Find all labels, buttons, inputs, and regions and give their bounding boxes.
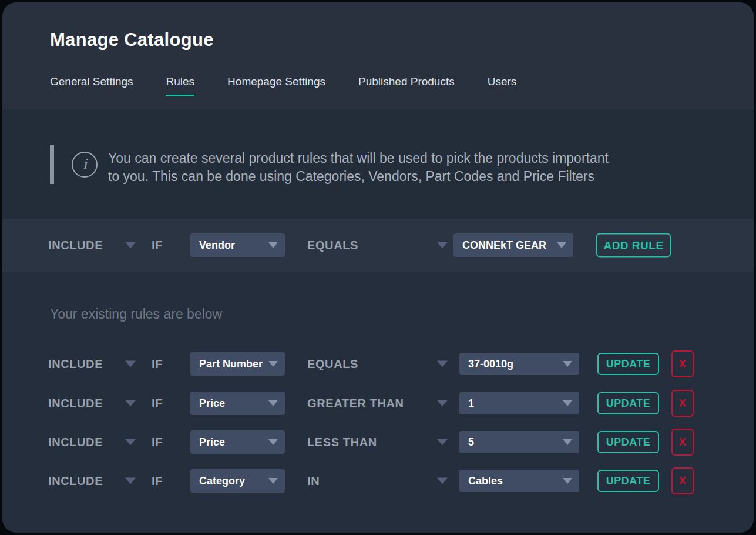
operator-dropdown-label[interactable]: EQUALS: [307, 357, 358, 371]
delete-rule-button[interactable]: X: [671, 429, 694, 456]
field-dropdown[interactable]: Part Number: [190, 352, 285, 376]
if-label: IF: [152, 397, 163, 410]
page-title: Manage Catalogue: [50, 29, 214, 51]
if-label: IF: [152, 357, 163, 371]
existing-rules-section: Your existing rules are below INCLUDE IF…: [2, 272, 754, 533]
value-dropdown-value: 5: [468, 436, 474, 449]
info-text: You can create several product rules tha…: [108, 149, 609, 186]
include-dropdown-label[interactable]: INCLUDE: [48, 474, 103, 488]
delete-rule-button[interactable]: X: [671, 467, 694, 494]
value-dropdown-value: CONNEkT GEAR: [462, 239, 546, 252]
add-rule-button[interactable]: ADD RULE: [596, 233, 671, 258]
rule-row: INCLUDE IF Price GREATER THAN 1 UPDATE X: [2, 384, 754, 423]
chevron-down-icon[interactable]: [125, 439, 136, 446]
update-rule-button[interactable]: UPDATE: [597, 353, 659, 375]
chevron-down-icon: [268, 439, 278, 445]
chevron-down-icon[interactable]: [437, 400, 448, 407]
manage-catalogue-panel: Manage Catalogue General Settings Rules …: [2, 2, 754, 533]
info-icon: i: [72, 152, 98, 178]
if-label: IF: [152, 239, 163, 252]
info-text-line1: You can create several product rules tha…: [108, 149, 609, 168]
operator-dropdown-label[interactable]: IN: [307, 474, 320, 488]
field-dropdown[interactable]: Price: [190, 392, 285, 415]
chevron-down-icon: [268, 478, 278, 484]
chevron-down-icon[interactable]: [437, 242, 448, 249]
info-accent-bar: [50, 145, 54, 184]
chevron-down-icon: [268, 242, 278, 248]
tab-general-settings[interactable]: General Settings: [50, 75, 133, 96]
operator-dropdown-label[interactable]: GREATER THAN: [307, 397, 404, 410]
chevron-down-icon[interactable]: [125, 478, 136, 484]
value-dropdown[interactable]: 5: [459, 431, 579, 453]
rule-row: INCLUDE IF Price LESS THAN 5 UPDATE X: [2, 423, 754, 462]
rule-row: INCLUDE IF Category IN Cables UPDATE X: [2, 462, 754, 500]
info-section: i You can create several product rules t…: [2, 109, 754, 219]
chevron-down-icon: [563, 439, 572, 445]
value-dropdown-value: 1: [468, 397, 474, 410]
include-dropdown-label[interactable]: INCLUDE: [48, 357, 103, 371]
chevron-down-icon: [563, 400, 572, 406]
value-dropdown[interactable]: CONNEkT GEAR: [453, 233, 573, 257]
chevron-down-icon[interactable]: [125, 361, 136, 367]
update-rule-button[interactable]: UPDATE: [597, 470, 659, 492]
delete-rule-button[interactable]: X: [671, 350, 694, 377]
if-label: IF: [152, 436, 163, 449]
value-dropdown[interactable]: 1: [459, 392, 579, 414]
chevron-down-icon: [268, 400, 278, 406]
chevron-down-icon[interactable]: [437, 478, 448, 484]
field-dropdown-value: Price: [199, 397, 225, 410]
field-dropdown[interactable]: Price: [190, 430, 285, 454]
field-dropdown-value: Vendor: [199, 239, 235, 252]
existing-rules-heading: Your existing rules are below: [50, 306, 222, 322]
update-rule-button[interactable]: UPDATE: [597, 431, 659, 453]
operator-dropdown-label[interactable]: EQUALS: [307, 239, 358, 252]
field-dropdown[interactable]: Vendor: [190, 233, 285, 257]
chevron-down-icon[interactable]: [437, 439, 448, 446]
operator-dropdown-label[interactable]: LESS THAN: [307, 436, 377, 449]
chevron-down-icon[interactable]: [125, 400, 136, 407]
update-rule-button[interactable]: UPDATE: [597, 392, 659, 414]
tab-homepage-settings[interactable]: Homepage Settings: [227, 75, 325, 96]
value-dropdown-value: Cables: [468, 475, 503, 487]
tab-users[interactable]: Users: [488, 75, 517, 96]
value-dropdown[interactable]: 37-0010g: [459, 353, 579, 375]
info-text-line2: to you. This can be done using Categorie…: [108, 168, 609, 186]
rule-row: INCLUDE IF Part Number EQUALS 37-0010g U…: [2, 345, 754, 383]
rule-builder-bar: INCLUDE IF Vendor EQUALS CONNEkT GEAR AD…: [2, 219, 754, 272]
tab-published-products[interactable]: Published Products: [358, 75, 455, 96]
tab-rules[interactable]: Rules: [166, 75, 195, 96]
field-dropdown-value: Price: [199, 436, 225, 449]
page-background: Manage Catalogue General Settings Rules …: [0, 0, 756, 535]
chevron-down-icon: [563, 478, 572, 484]
if-label: IF: [152, 474, 163, 488]
value-dropdown[interactable]: Cables: [459, 470, 579, 492]
include-dropdown-label[interactable]: INCLUDE: [48, 397, 103, 410]
include-dropdown-label[interactable]: INCLUDE: [48, 239, 103, 252]
include-dropdown-label[interactable]: INCLUDE: [48, 436, 103, 449]
field-dropdown[interactable]: Category: [190, 469, 285, 493]
delete-rule-button[interactable]: X: [671, 390, 694, 417]
field-dropdown-value: Category: [199, 475, 245, 487]
header: Manage Catalogue General Settings Rules …: [2, 2, 754, 109]
tab-bar: General Settings Rules Homepage Settings…: [50, 75, 516, 96]
value-dropdown-value: 37-0010g: [468, 358, 513, 370]
chevron-down-icon: [268, 361, 278, 367]
chevron-down-icon[interactable]: [125, 242, 136, 249]
field-dropdown-value: Part Number: [199, 358, 263, 370]
chevron-down-icon: [557, 242, 566, 248]
chevron-down-icon: [563, 361, 572, 367]
chevron-down-icon[interactable]: [437, 361, 448, 367]
